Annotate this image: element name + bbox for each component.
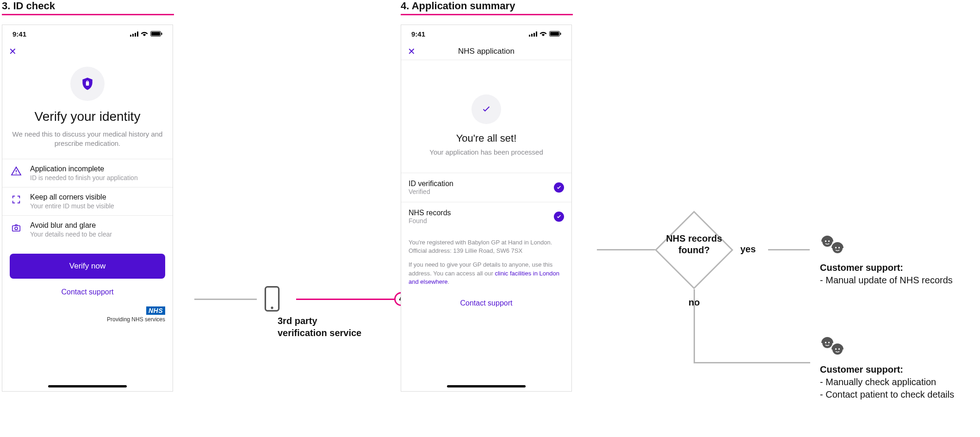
support-block-item: - Contact patient to check details: [820, 388, 954, 401]
svg-point-30: [825, 342, 826, 343]
svg-point-24: [825, 240, 826, 242]
svg-rect-15: [529, 35, 530, 37]
home-indicator: [447, 385, 526, 387]
section-title-id-check: 3. ID check: [2, 0, 174, 15]
row-title: Application incomplete: [30, 165, 138, 173]
contact-support-link[interactable]: Contact support: [2, 288, 173, 296]
verify-now-button[interactable]: Verify now: [10, 254, 165, 279]
support-agents-icon: [820, 337, 846, 359]
svg-rect-21: [560, 33, 561, 35]
status-icons: [529, 31, 561, 37]
svg-point-10: [16, 173, 17, 174]
status-icons: [130, 31, 162, 37]
row-sub: Your entire ID must be visible: [30, 202, 114, 210]
svg-rect-18: [536, 31, 537, 37]
status-bar: 9:41: [2, 25, 173, 43]
identity-shield-icon: [70, 67, 105, 101]
svg-rect-6: [161, 33, 162, 35]
registration-address: You're registered with Babylon GP at Han…: [401, 231, 571, 255]
svg-point-32: [835, 348, 837, 350]
home-indicator: [48, 385, 127, 387]
registration-note-suffix: .: [448, 278, 450, 285]
svg-point-14: [271, 306, 273, 309]
contact-support-link[interactable]: Contact support: [401, 299, 571, 307]
status-row-id-verification: ID verification Verified: [401, 173, 571, 202]
support-yes-block: Customer support: - Manual update of NHS…: [820, 262, 953, 287]
info-row: Keep all corners visible Your entire ID …: [2, 187, 173, 215]
connector-line-vertical: [694, 289, 695, 363]
close-icon[interactable]: ✕: [9, 46, 17, 57]
success-check-icon: [471, 94, 501, 124]
screen-subheading: Your application has been processed: [401, 148, 571, 156]
support-block-title: Customer support:: [820, 262, 953, 274]
svg-rect-16: [531, 34, 533, 37]
connector-line: [694, 362, 810, 363]
svg-point-27: [838, 247, 840, 248]
nav-bar: ✕: [2, 43, 173, 60]
nhs-tagline: Providing NHS services: [107, 316, 165, 323]
connector-line: [194, 299, 257, 300]
nhs-logo: NHS: [146, 306, 165, 315]
section-title-summary: 4. Application summary: [401, 0, 573, 15]
svg-rect-1: [132, 34, 134, 37]
support-no-block: Customer support: - Manually check appli…: [820, 363, 954, 401]
svg-rect-5: [151, 32, 160, 36]
corners-icon: [10, 193, 23, 206]
status-sub: Verified: [409, 188, 453, 195]
svg-rect-2: [135, 33, 136, 37]
info-row: Application incomplete ID is needed to f…: [2, 159, 173, 187]
info-row: Avoid blur and glare Your details need t…: [2, 215, 173, 243]
svg-rect-17: [533, 33, 535, 37]
status-label: ID verification: [409, 180, 453, 188]
status-bar: 9:41: [401, 25, 571, 43]
phone-application-summary: 9:41 ✕ NHS application You're all set! Y…: [401, 25, 572, 392]
camera-icon: [10, 221, 23, 234]
row-title: Keep all corners visible: [30, 193, 114, 201]
registration-note: If you need to give your GP details to a…: [401, 255, 571, 286]
support-block-title: Customer support:: [820, 363, 954, 376]
branch-yes-label: yes: [740, 243, 756, 255]
signal-icon: [529, 31, 537, 37]
nav-title: NHS application: [401, 47, 571, 56]
connector-line: [597, 249, 657, 250]
status-row-nhs-records: NHS records Found: [401, 202, 571, 231]
connector-line: [768, 249, 810, 250]
close-icon[interactable]: ✕: [408, 46, 416, 57]
check-badge-icon: [554, 182, 564, 193]
warning-icon: [10, 165, 23, 178]
svg-rect-11: [12, 225, 20, 231]
svg-rect-0: [130, 35, 131, 37]
verification-service-label: 3rd party verification service: [278, 315, 361, 339]
mobile-device-icon: [263, 286, 281, 312]
wifi-icon: [540, 31, 547, 37]
status-time: 9:41: [411, 30, 425, 38]
svg-rect-20: [550, 32, 559, 36]
status-label: NHS records: [409, 209, 451, 217]
svg-point-12: [15, 227, 18, 230]
row-sub: Your details need to be clear: [30, 231, 112, 238]
phone-id-check: 9:41 ✕ Verify your identity We need this…: [2, 25, 173, 392]
battery-icon: [150, 31, 162, 37]
support-block-item: - Manually check application: [820, 376, 954, 388]
support-block-item: - Manual update of NHS records: [820, 274, 953, 287]
nav-bar: ✕ NHS application: [401, 43, 571, 60]
status-sub: Found: [409, 217, 451, 225]
svg-point-25: [828, 240, 830, 242]
svg-point-33: [838, 348, 840, 350]
screen-heading: You're all set!: [401, 132, 571, 144]
connector-line-pink: [296, 299, 401, 300]
screen-subheading: We need this to discuss your medical his…: [12, 130, 163, 149]
screen-heading: Verify your identity: [12, 109, 163, 124]
svg-rect-3: [137, 31, 138, 37]
check-badge-icon: [554, 212, 564, 222]
svg-point-31: [828, 342, 830, 343]
nhs-footer: NHS Providing NHS services: [2, 306, 165, 323]
support-agents-icon: [820, 235, 846, 257]
row-sub: ID is needed to finish your application: [30, 174, 138, 181]
status-time: 9:41: [12, 30, 26, 38]
svg-point-26: [835, 247, 837, 248]
wifi-icon: [141, 31, 148, 37]
battery-icon: [549, 31, 561, 37]
signal-icon: [130, 31, 138, 37]
row-title: Avoid blur and glare: [30, 221, 112, 230]
